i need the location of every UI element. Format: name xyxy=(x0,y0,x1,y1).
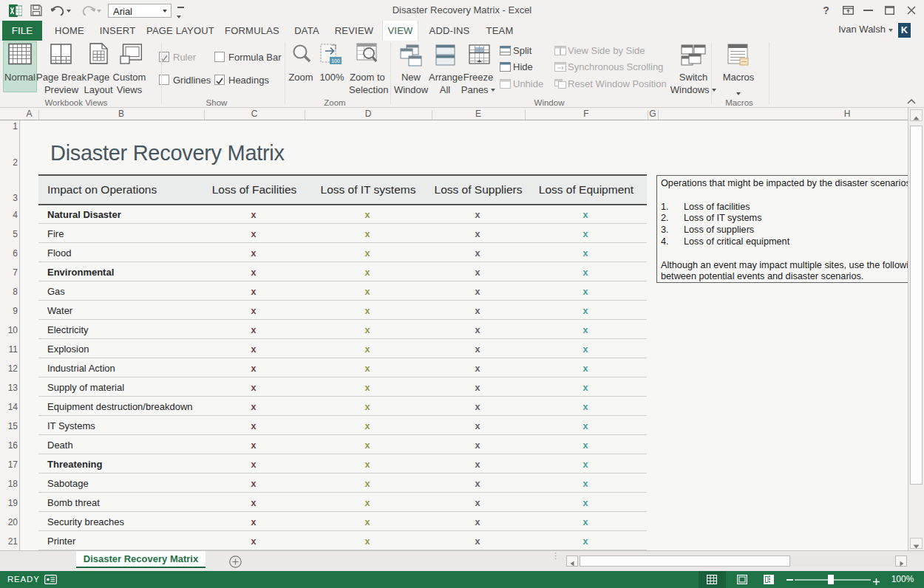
svg-text:100: 100 xyxy=(331,58,340,64)
